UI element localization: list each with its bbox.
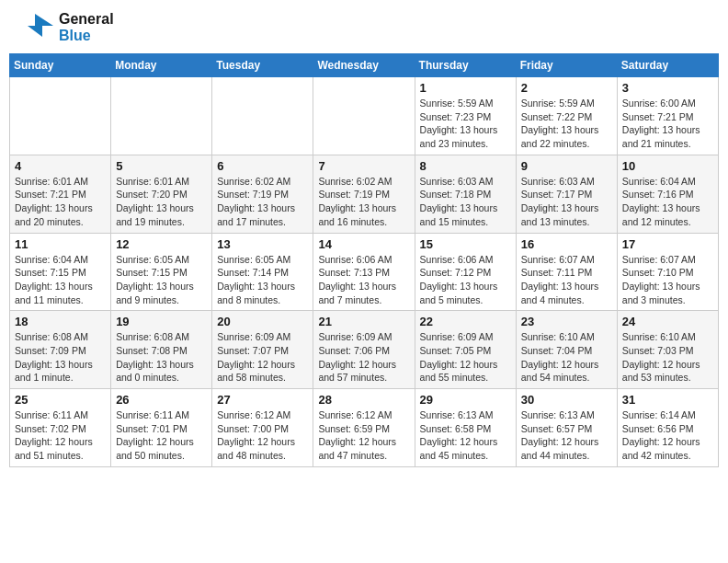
day-number: 20: [217, 315, 308, 328]
calendar-week-4: 18Sunrise: 6:08 AMSunset: 7:09 PMDayligh…: [10, 311, 719, 389]
calendar-cell: 29Sunrise: 6:13 AMSunset: 6:58 PMDayligh…: [415, 389, 516, 467]
day-number: 17: [622, 237, 713, 251]
day-info: Sunrise: 6:03 AMSunset: 7:18 PMDaylight:…: [420, 175, 511, 229]
day-info: Sunrise: 6:04 AMSunset: 7:15 PMDaylight:…: [15, 253, 106, 307]
weekday-header-friday: Friday: [516, 54, 617, 77]
calendar-cell: 31Sunrise: 6:14 AMSunset: 6:56 PMDayligh…: [617, 389, 718, 467]
calendar-cell: 15Sunrise: 6:06 AMSunset: 7:12 PMDayligh…: [415, 233, 516, 311]
calendar-week-2: 4Sunrise: 6:01 AMSunset: 7:21 PMDaylight…: [10, 155, 719, 233]
calendar-cell: 19Sunrise: 6:08 AMSunset: 7:08 PMDayligh…: [111, 311, 212, 389]
day-number: 5: [116, 159, 207, 173]
day-info: Sunrise: 6:05 AMSunset: 7:14 PMDaylight:…: [217, 253, 308, 307]
day-number: 21: [318, 315, 409, 328]
day-info: Sunrise: 5:59 AMSunset: 7:22 PMDaylight:…: [521, 97, 612, 151]
calendar-cell: 23Sunrise: 6:10 AMSunset: 7:04 PMDayligh…: [516, 311, 617, 389]
day-number: 31: [622, 393, 713, 407]
day-info: Sunrise: 6:13 AMSunset: 6:58 PMDaylight:…: [420, 408, 511, 463]
day-info: Sunrise: 6:08 AMSunset: 7:08 PMDaylight:…: [116, 330, 207, 385]
day-number: 2: [521, 81, 612, 95]
day-number: 7: [318, 159, 409, 173]
day-number: 11: [15, 237, 106, 251]
calendar-cell: [111, 77, 212, 155]
day-number: 16: [521, 237, 612, 251]
logo: GeneralBlue: [9, 9, 114, 46]
day-number: 23: [521, 315, 612, 328]
weekday-header-thursday: Thursday: [415, 54, 516, 77]
day-info: Sunrise: 6:10 AMSunset: 7:04 PMDaylight:…: [521, 330, 612, 385]
calendar-cell: 4Sunrise: 6:01 AMSunset: 7:21 PMDaylight…: [10, 155, 111, 233]
weekday-header-wednesday: Wednesday: [313, 54, 415, 77]
calendar-cell: 6Sunrise: 6:02 AMSunset: 7:19 PMDaylight…: [212, 155, 313, 233]
calendar-cell: 22Sunrise: 6:09 AMSunset: 7:05 PMDayligh…: [415, 311, 516, 389]
day-info: Sunrise: 6:02 AMSunset: 7:19 PMDaylight:…: [217, 175, 308, 229]
calendar-table: SundayMondayTuesdayWednesdayThursdayFrid…: [9, 53, 719, 467]
svg-marker-0: [28, 14, 53, 37]
calendar-cell: 12Sunrise: 6:05 AMSunset: 7:15 PMDayligh…: [111, 233, 212, 311]
day-number: 8: [420, 159, 511, 173]
day-number: 15: [420, 237, 511, 251]
day-info: Sunrise: 6:06 AMSunset: 7:13 PMDaylight:…: [318, 253, 409, 307]
calendar-week-3: 11Sunrise: 6:04 AMSunset: 7:15 PMDayligh…: [10, 233, 719, 311]
day-number: 6: [217, 159, 308, 173]
day-info: Sunrise: 5:59 AMSunset: 7:23 PMDaylight:…: [420, 97, 511, 151]
calendar-cell: 1Sunrise: 5:59 AMSunset: 7:23 PMDaylight…: [415, 77, 516, 155]
day-info: Sunrise: 6:09 AMSunset: 7:06 PMDaylight:…: [318, 330, 409, 385]
calendar-cell: 27Sunrise: 6:12 AMSunset: 7:00 PMDayligh…: [212, 389, 313, 467]
day-info: Sunrise: 6:13 AMSunset: 6:57 PMDaylight:…: [521, 408, 612, 463]
calendar-cell: 17Sunrise: 6:07 AMSunset: 7:10 PMDayligh…: [617, 233, 718, 311]
calendar-cell: 24Sunrise: 6:10 AMSunset: 7:03 PMDayligh…: [617, 311, 718, 389]
calendar-cell: 30Sunrise: 6:13 AMSunset: 6:57 PMDayligh…: [516, 389, 617, 467]
day-info: Sunrise: 6:11 AMSunset: 7:02 PMDaylight:…: [15, 408, 106, 463]
day-number: 3: [622, 81, 713, 95]
calendar-cell: 25Sunrise: 6:11 AMSunset: 7:02 PMDayligh…: [10, 389, 111, 467]
day-info: Sunrise: 6:08 AMSunset: 7:09 PMDaylight:…: [15, 330, 106, 385]
weekday-header-saturday: Saturday: [617, 54, 718, 77]
day-number: 10: [622, 159, 713, 173]
calendar-cell: [313, 77, 415, 155]
calendar-cell: 3Sunrise: 6:00 AMSunset: 7:21 PMDaylight…: [617, 77, 718, 155]
calendar-cell: 21Sunrise: 6:09 AMSunset: 7:06 PMDayligh…: [313, 311, 415, 389]
calendar-cell: 14Sunrise: 6:06 AMSunset: 7:13 PMDayligh…: [313, 233, 415, 311]
calendar-week-1: 1Sunrise: 5:59 AMSunset: 7:23 PMDaylight…: [10, 77, 719, 155]
day-info: Sunrise: 6:05 AMSunset: 7:15 PMDaylight:…: [116, 253, 207, 307]
calendar-cell: 5Sunrise: 6:01 AMSunset: 7:20 PMDaylight…: [111, 155, 212, 233]
calendar-body: 1Sunrise: 5:59 AMSunset: 7:23 PMDaylight…: [10, 77, 719, 467]
day-number: 26: [116, 393, 207, 407]
weekday-header-monday: Monday: [111, 54, 212, 77]
day-info: Sunrise: 6:10 AMSunset: 7:03 PMDaylight:…: [622, 330, 713, 385]
calendar-cell: 7Sunrise: 6:02 AMSunset: 7:19 PMDaylight…: [313, 155, 415, 233]
day-info: Sunrise: 6:01 AMSunset: 7:21 PMDaylight:…: [15, 175, 106, 229]
day-info: Sunrise: 6:02 AMSunset: 7:19 PMDaylight:…: [318, 175, 409, 229]
calendar-cell: 28Sunrise: 6:12 AMSunset: 6:59 PMDayligh…: [313, 389, 415, 467]
page-header: GeneralBlue: [9, 9, 719, 46]
day-info: Sunrise: 6:09 AMSunset: 7:07 PMDaylight:…: [217, 330, 308, 385]
logo-icon: [9, 9, 55, 46]
calendar-cell: [10, 77, 111, 155]
day-info: Sunrise: 6:12 AMSunset: 6:59 PMDaylight:…: [318, 408, 409, 463]
day-number: 12: [116, 237, 207, 251]
calendar-cell: 26Sunrise: 6:11 AMSunset: 7:01 PMDayligh…: [111, 389, 212, 467]
calendar-week-5: 25Sunrise: 6:11 AMSunset: 7:02 PMDayligh…: [10, 389, 719, 467]
day-number: 1: [420, 81, 511, 95]
calendar-cell: 13Sunrise: 6:05 AMSunset: 7:14 PMDayligh…: [212, 233, 313, 311]
day-number: 9: [521, 159, 612, 173]
day-number: 24: [622, 315, 713, 328]
day-number: 28: [318, 393, 409, 407]
weekday-header-sunday: Sunday: [10, 54, 111, 77]
day-number: 22: [420, 315, 511, 328]
weekday-header-tuesday: Tuesday: [212, 54, 313, 77]
day-info: Sunrise: 6:11 AMSunset: 7:01 PMDaylight:…: [116, 408, 207, 463]
day-number: 13: [217, 237, 308, 251]
day-number: 18: [15, 315, 106, 328]
calendar-cell: 9Sunrise: 6:03 AMSunset: 7:17 PMDaylight…: [516, 155, 617, 233]
day-number: 30: [521, 393, 612, 407]
weekday-row: SundayMondayTuesdayWednesdayThursdayFrid…: [10, 54, 719, 77]
calendar-cell: 8Sunrise: 6:03 AMSunset: 7:18 PMDaylight…: [415, 155, 516, 233]
day-info: Sunrise: 6:12 AMSunset: 7:00 PMDaylight:…: [217, 408, 308, 463]
day-info: Sunrise: 6:14 AMSunset: 6:56 PMDaylight:…: [622, 408, 713, 463]
day-info: Sunrise: 6:06 AMSunset: 7:12 PMDaylight:…: [420, 253, 511, 307]
day-info: Sunrise: 6:07 AMSunset: 7:11 PMDaylight:…: [521, 253, 612, 307]
calendar-cell: [212, 77, 313, 155]
day-number: 27: [217, 393, 308, 407]
calendar-cell: 18Sunrise: 6:08 AMSunset: 7:09 PMDayligh…: [10, 311, 111, 389]
